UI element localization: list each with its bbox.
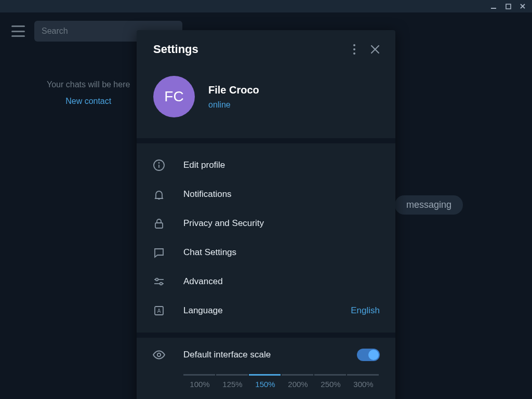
scale-toggle[interactable] xyxy=(357,349,380,361)
search-placeholder: Search xyxy=(42,26,68,36)
lock-icon xyxy=(152,217,166,230)
close-panel-button[interactable] xyxy=(366,41,384,58)
profile-name: File Croco xyxy=(208,84,259,96)
menu-item-edit-profile[interactable]: Edit profile xyxy=(137,151,395,180)
svg-point-14 xyxy=(160,283,163,285)
scale-option[interactable]: 150% xyxy=(249,380,282,389)
scale-option[interactable]: 100% xyxy=(183,380,216,389)
new-contact-link[interactable]: New contact xyxy=(47,97,130,106)
scale-slider[interactable] xyxy=(183,374,380,376)
svg-text:A: A xyxy=(157,308,161,314)
scale-option-labels: 100% 125% 150% 200% 250% 300% xyxy=(183,380,380,389)
profile-row[interactable]: FC File Croco online xyxy=(137,66,395,138)
sliders-icon xyxy=(152,275,166,288)
window-titlebar xyxy=(0,0,532,12)
menu-item-label: Language xyxy=(183,305,333,316)
window-minimize-button[interactable] xyxy=(489,2,498,10)
scale-option[interactable]: 250% xyxy=(314,380,347,389)
menu-item-chat-settings[interactable]: Chat Settings xyxy=(137,238,395,267)
scale-option[interactable]: 200% xyxy=(282,380,314,389)
menu-item-label: Privacy and Security xyxy=(183,218,380,229)
language-icon: A xyxy=(152,304,166,317)
svg-point-8 xyxy=(159,163,159,163)
menu-item-privacy[interactable]: Privacy and Security xyxy=(137,209,395,238)
svg-rect-10 xyxy=(155,223,163,228)
more-options-button[interactable] xyxy=(345,41,363,58)
menu-item-label: Edit profile xyxy=(183,160,380,170)
menu-item-advanced[interactable]: Advanced xyxy=(137,267,395,296)
chats-empty-text: Your chats will be here xyxy=(47,80,130,89)
scale-option[interactable]: 125% xyxy=(216,380,249,389)
window-maximize-button[interactable] xyxy=(504,2,512,10)
menu-icon[interactable] xyxy=(11,25,25,37)
menu-item-label: Notifications xyxy=(183,189,380,200)
profile-status: online xyxy=(208,100,259,110)
menu-item-language[interactable]: A Language English xyxy=(137,296,395,325)
settings-menu: Edit profile Notifications Privacy and S… xyxy=(137,143,395,332)
kebab-icon xyxy=(353,44,355,55)
window-close-button[interactable] xyxy=(518,2,527,10)
avatar: FC xyxy=(153,76,195,117)
menu-item-value: English xyxy=(351,305,380,316)
eye-icon xyxy=(152,348,166,362)
scale-label: Default interface scale xyxy=(183,350,339,360)
svg-rect-1 xyxy=(506,4,511,9)
svg-point-12 xyxy=(156,278,158,281)
menu-item-notifications[interactable]: Notifications xyxy=(137,180,395,209)
panel-title: Settings xyxy=(153,43,342,56)
scale-option[interactable]: 300% xyxy=(347,380,380,389)
menu-item-label: Chat Settings xyxy=(183,247,380,258)
svg-point-17 xyxy=(157,353,161,357)
close-icon xyxy=(370,44,380,55)
menu-item-label: Advanced xyxy=(183,276,380,287)
settings-panel: Settings FC File Croco online Edit profi… xyxy=(137,30,395,399)
chat-icon xyxy=(152,246,166,259)
info-icon xyxy=(152,158,166,172)
bell-icon xyxy=(152,188,166,201)
background-chip: messaging xyxy=(395,195,463,215)
section-divider xyxy=(137,138,395,143)
section-divider xyxy=(137,332,395,338)
